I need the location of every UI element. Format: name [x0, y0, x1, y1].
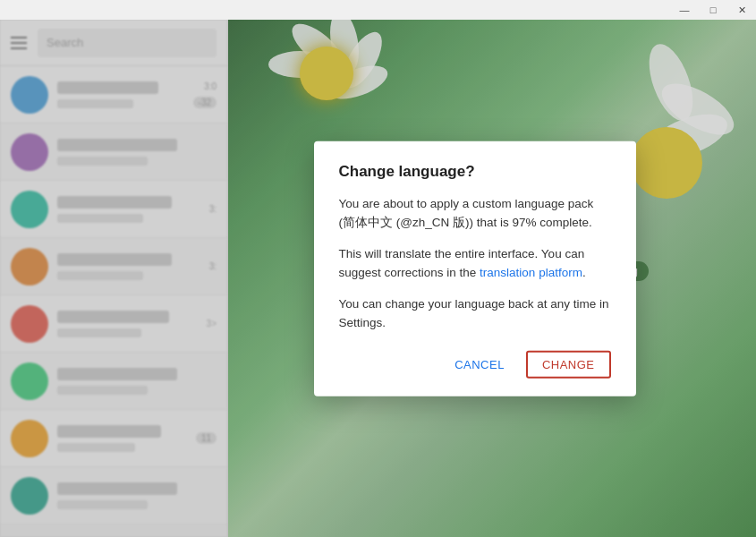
translation-platform-link[interactable]: translation platform — [480, 266, 582, 279]
change-button[interactable]: CHANGE — [526, 350, 611, 378]
dialog-paragraph-2: This will translate the entire interface… — [339, 245, 611, 283]
cancel-button[interactable]: CANCEL — [440, 350, 519, 378]
maximize-button[interactable]: □ — [699, 0, 727, 20]
dialog-paragraph-1: You are about to apply a custom language… — [339, 195, 611, 233]
close-button[interactable]: ✕ — [727, 0, 756, 20]
change-language-dialog: Change language? You are about to apply … — [314, 141, 636, 396]
paragraph-2-after: . — [582, 266, 586, 279]
dialog-actions: CANCEL CHANGE — [339, 350, 611, 378]
title-bar: — □ ✕ — [0, 0, 756, 20]
minimize-button[interactable]: — — [670, 0, 699, 20]
dialog-title: Change language? — [339, 163, 611, 181]
dialog-body: You are about to apply a custom language… — [339, 195, 611, 333]
dialog-paragraph-3: You can change your language back at any… — [339, 294, 611, 332]
